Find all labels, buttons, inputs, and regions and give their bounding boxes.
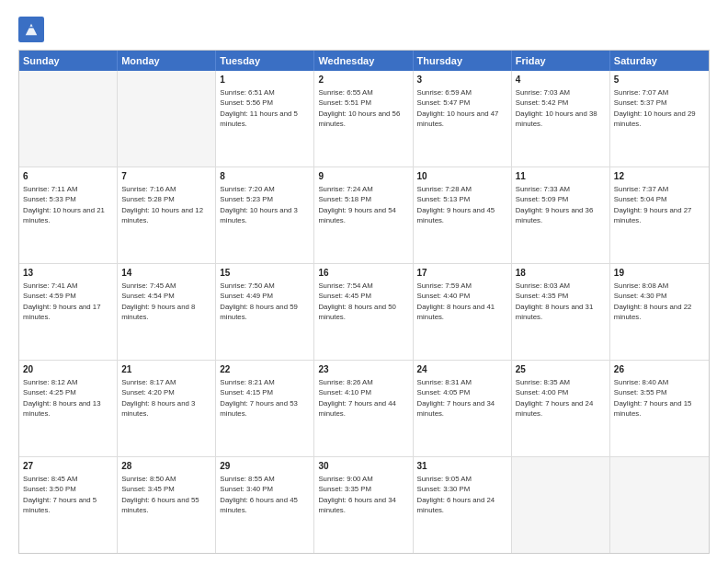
cell-info: Sunrise: 8:03 AM Sunset: 4:35 PM Dayligh…: [516, 281, 606, 322]
cell-info: Sunrise: 7:03 AM Sunset: 5:42 PM Dayligh…: [516, 87, 606, 129]
calendar: SundayMondayTuesdayWednesdayThursdayFrid…: [18, 50, 710, 554]
logo-icon: [18, 17, 44, 42]
day-number: 23: [318, 363, 408, 376]
day-number: 9: [318, 170, 408, 183]
cell-info: Sunrise: 8:21 AM Sunset: 4:15 PM Dayligh…: [220, 377, 310, 419]
cell-info: Sunrise: 7:07 AM Sunset: 5:37 PM Dayligh…: [614, 87, 705, 129]
cell-info: Sunrise: 8:12 AM Sunset: 4:25 PM Dayligh…: [23, 377, 113, 419]
cell-info: Sunrise: 9:05 AM Sunset: 3:30 PM Dayligh…: [417, 474, 507, 515]
day-number: 17: [417, 267, 507, 280]
cell-info: Sunrise: 7:33 AM Sunset: 5:09 PM Dayligh…: [516, 184, 606, 225]
calendar-cell: 19Sunrise: 8:08 AM Sunset: 4:30 PM Dayli…: [610, 264, 709, 360]
day-number: 11: [516, 170, 606, 183]
calendar-cell: 6Sunrise: 7:11 AM Sunset: 5:33 PM Daylig…: [19, 167, 118, 263]
day-number: 25: [516, 363, 606, 376]
calendar-row-1: 6Sunrise: 7:11 AM Sunset: 5:33 PM Daylig…: [19, 167, 709, 264]
calendar-cell: 4Sunrise: 7:03 AM Sunset: 5:42 PM Daylig…: [512, 71, 610, 167]
day-number: 28: [121, 460, 211, 473]
day-number: 20: [23, 363, 113, 376]
cell-info: Sunrise: 7:11 AM Sunset: 5:33 PM Dayligh…: [23, 184, 113, 225]
day-number: 30: [318, 460, 408, 473]
calendar-cell: 16Sunrise: 7:54 AM Sunset: 4:45 PM Dayli…: [314, 264, 413, 360]
calendar-cell: 27Sunrise: 8:45 AM Sunset: 3:50 PM Dayli…: [19, 457, 118, 553]
cell-info: Sunrise: 8:45 AM Sunset: 3:50 PM Dayligh…: [23, 474, 113, 515]
header-day-monday: Monday: [118, 51, 216, 71]
day-number: 4: [516, 74, 606, 86]
day-number: 19: [614, 267, 705, 280]
calendar-cell: 26Sunrise: 8:40 AM Sunset: 3:55 PM Dayli…: [610, 361, 709, 456]
calendar-cell: [610, 457, 709, 553]
calendar-cell: 3Sunrise: 6:59 AM Sunset: 5:47 PM Daylig…: [414, 71, 512, 167]
calendar-cell: 25Sunrise: 8:35 AM Sunset: 4:00 PM Dayli…: [512, 361, 610, 456]
day-number: 22: [220, 363, 310, 376]
day-number: 18: [516, 267, 606, 280]
header-day-friday: Friday: [512, 51, 610, 71]
day-number: 16: [318, 267, 408, 280]
header: [18, 17, 710, 42]
calendar-cell: 8Sunrise: 7:20 AM Sunset: 5:23 PM Daylig…: [216, 167, 314, 263]
calendar-row-2: 13Sunrise: 7:41 AM Sunset: 4:59 PM Dayli…: [19, 264, 709, 361]
cell-info: Sunrise: 8:31 AM Sunset: 4:05 PM Dayligh…: [417, 377, 507, 419]
calendar-cell: 17Sunrise: 7:59 AM Sunset: 4:40 PM Dayli…: [414, 264, 512, 360]
day-number: 29: [220, 460, 310, 473]
day-number: 10: [417, 170, 507, 183]
cell-info: Sunrise: 8:55 AM Sunset: 3:40 PM Dayligh…: [220, 474, 310, 515]
cell-info: Sunrise: 7:54 AM Sunset: 4:45 PM Dayligh…: [318, 281, 408, 322]
calendar-cell: 9Sunrise: 7:24 AM Sunset: 5:18 PM Daylig…: [314, 167, 413, 263]
calendar-cell: 24Sunrise: 8:31 AM Sunset: 4:05 PM Dayli…: [414, 361, 512, 456]
day-number: 13: [23, 267, 113, 280]
calendar-cell: 29Sunrise: 8:55 AM Sunset: 3:40 PM Dayli…: [216, 457, 314, 553]
cell-info: Sunrise: 8:17 AM Sunset: 4:20 PM Dayligh…: [121, 377, 211, 419]
calendar-cell: 5Sunrise: 7:07 AM Sunset: 5:37 PM Daylig…: [610, 71, 709, 167]
calendar-cell: [19, 71, 118, 167]
day-number: 26: [614, 363, 705, 376]
cell-info: Sunrise: 7:41 AM Sunset: 4:59 PM Dayligh…: [23, 281, 113, 322]
day-number: 5: [614, 74, 705, 86]
cell-info: Sunrise: 8:26 AM Sunset: 4:10 PM Dayligh…: [318, 377, 408, 419]
cell-info: Sunrise: 9:00 AM Sunset: 3:35 PM Dayligh…: [318, 474, 408, 515]
cell-info: Sunrise: 6:59 AM Sunset: 5:47 PM Dayligh…: [417, 87, 507, 129]
cell-info: Sunrise: 8:50 AM Sunset: 3:45 PM Dayligh…: [121, 474, 211, 515]
cell-info: Sunrise: 6:55 AM Sunset: 5:51 PM Dayligh…: [318, 87, 408, 129]
calendar-cell: 11Sunrise: 7:33 AM Sunset: 5:09 PM Dayli…: [512, 167, 610, 263]
cell-info: Sunrise: 7:37 AM Sunset: 5:04 PM Dayligh…: [614, 184, 705, 225]
day-number: 12: [614, 170, 705, 183]
page: SundayMondayTuesdayWednesdayThursdayFrid…: [0, 0, 728, 563]
header-day-wednesday: Wednesday: [314, 51, 413, 71]
calendar-cell: 21Sunrise: 8:17 AM Sunset: 4:20 PM Dayli…: [118, 361, 216, 456]
header-day-tuesday: Tuesday: [216, 51, 314, 71]
calendar-body: 1Sunrise: 6:51 AM Sunset: 5:56 PM Daylig…: [19, 71, 709, 553]
cell-info: Sunrise: 7:50 AM Sunset: 4:49 PM Dayligh…: [220, 281, 310, 322]
calendar-cell: 13Sunrise: 7:41 AM Sunset: 4:59 PM Dayli…: [19, 264, 118, 360]
calendar-cell: [118, 71, 216, 167]
calendar-cell: 30Sunrise: 9:00 AM Sunset: 3:35 PM Dayli…: [314, 457, 413, 553]
calendar-row-4: 27Sunrise: 8:45 AM Sunset: 3:50 PM Dayli…: [19, 457, 709, 553]
cell-info: Sunrise: 7:16 AM Sunset: 5:28 PM Dayligh…: [121, 184, 211, 225]
cell-info: Sunrise: 7:28 AM Sunset: 5:13 PM Dayligh…: [417, 184, 507, 225]
day-number: 6: [23, 170, 113, 183]
calendar-cell: 10Sunrise: 7:28 AM Sunset: 5:13 PM Dayli…: [414, 167, 512, 263]
day-number: 8: [220, 170, 310, 183]
day-number: 31: [417, 460, 507, 473]
day-number: 27: [23, 460, 113, 473]
calendar-header: SundayMondayTuesdayWednesdayThursdayFrid…: [19, 51, 709, 71]
header-day-saturday: Saturday: [610, 51, 709, 71]
cell-info: Sunrise: 8:35 AM Sunset: 4:00 PM Dayligh…: [516, 377, 606, 419]
day-number: 15: [220, 267, 310, 280]
day-number: 3: [417, 74, 507, 86]
cell-info: Sunrise: 8:08 AM Sunset: 4:30 PM Dayligh…: [614, 281, 705, 322]
cell-info: Sunrise: 7:45 AM Sunset: 4:54 PM Dayligh…: [121, 281, 211, 322]
calendar-cell: 28Sunrise: 8:50 AM Sunset: 3:45 PM Dayli…: [118, 457, 216, 553]
day-number: 14: [121, 267, 211, 280]
calendar-cell: 7Sunrise: 7:16 AM Sunset: 5:28 PM Daylig…: [118, 167, 216, 263]
cell-info: Sunrise: 6:51 AM Sunset: 5:56 PM Dayligh…: [220, 87, 310, 129]
cell-info: Sunrise: 8:40 AM Sunset: 3:55 PM Dayligh…: [614, 377, 705, 419]
day-number: 2: [318, 74, 408, 86]
calendar-cell: 14Sunrise: 7:45 AM Sunset: 4:54 PM Dayli…: [118, 264, 216, 360]
logo: [18, 17, 48, 42]
calendar-cell: 2Sunrise: 6:55 AM Sunset: 5:51 PM Daylig…: [314, 71, 413, 167]
cell-info: Sunrise: 7:59 AM Sunset: 4:40 PM Dayligh…: [417, 281, 507, 322]
calendar-cell: 1Sunrise: 6:51 AM Sunset: 5:56 PM Daylig…: [216, 71, 314, 167]
day-number: 21: [121, 363, 211, 376]
calendar-cell: 31Sunrise: 9:05 AM Sunset: 3:30 PM Dayli…: [414, 457, 512, 553]
